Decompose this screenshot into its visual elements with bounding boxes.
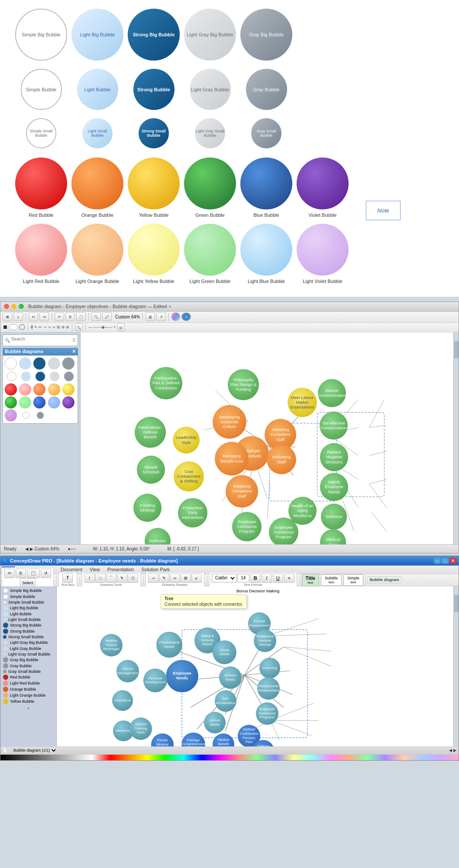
simple-big-bubble[interactable]: Simple Big Bubble — [15, 9, 67, 61]
shape-btn1[interactable]: ⤻ — [148, 573, 158, 583]
scrollbar-v-2[interactable] — [453, 586, 459, 746]
light-orange-bubble-item[interactable]: Light Orange Bubble — [69, 224, 126, 284]
node-motivating[interactable]: Motivating Staff — [267, 445, 296, 474]
mini-simple-big[interactable] — [5, 357, 17, 370]
node-managing[interactable]: Managing Benefit Cost — [215, 442, 249, 476]
sidebar-item-light[interactable]: Light Bubble — [2, 611, 55, 617]
sidebar-item-light-big[interactable]: Light Big Bubble — [2, 605, 55, 611]
sidebar-item-lgray[interactable]: Light Gray Bubble — [2, 646, 55, 652]
menu-view[interactable]: View — [87, 566, 103, 572]
clone-btn[interactable]: ↺ — [41, 569, 51, 578]
mini-strong-med[interactable] — [36, 372, 45, 381]
win-canvas-2[interactable]: Tree Connect selected objects with conne… — [57, 586, 459, 746]
copy-btn-2[interactable]: ⎘ — [16, 569, 26, 578]
scrollbar-thumb-2[interactable] — [454, 595, 459, 612]
node-wellness-left[interactable]: Wellness — [145, 528, 171, 544]
mini-light-med[interactable] — [21, 372, 31, 381]
print-btn[interactable]: 🖨 — [145, 312, 155, 321]
simple-med-bubble[interactable]: Simple Bubble — [21, 69, 62, 110]
mini-lightorange[interactable] — [48, 383, 60, 395]
title-dropdown-icon[interactable]: ▾ — [169, 304, 171, 309]
node-prevention[interactable]: Prevention Early Intervention — [178, 498, 207, 527]
red-bubble-item[interactable]: Red Bubble — [13, 158, 69, 218]
mini-lgray-big[interactable] — [48, 357, 60, 370]
gray-med-bubble[interactable]: Gray Bubble — [246, 69, 287, 110]
sidebar-item-gray[interactable]: Gray Bubble — [2, 663, 55, 669]
sidebar-item-light-small[interactable]: Light Small Bubble — [2, 617, 55, 622]
sidebar-item-strong-big[interactable]: Strong Big Bubble — [2, 622, 55, 628]
node-participative[interactable]: Participative: Flex & Defined Contributi… — [150, 367, 182, 399]
italic-btn[interactable]: I — [262, 573, 272, 583]
title-style-btn[interactable]: Title text — [302, 574, 319, 586]
win-maximize[interactable]: □ — [442, 558, 449, 564]
light-orange-bubble[interactable] — [71, 224, 123, 276]
zoom-out-btn[interactable]: 🔎 — [102, 312, 112, 321]
win-node-interpersonal[interactable]: Interpersonal Relationships — [257, 677, 280, 700]
page-selector[interactable]: Bubble diagram (1/1) — [12, 748, 57, 753]
node-philosophy[interactable]: Philosophy Plan Design & Funding — [228, 369, 259, 400]
yellow-bubble-item[interactable]: Yellow Bubble — [126, 158, 182, 218]
shape-btn5[interactable]: ↙ — [191, 573, 202, 583]
orange-bubble-item[interactable]: Orange Bubble — [69, 158, 126, 218]
win-node-emp-assist-win[interactable]: Employee Assistance Programs — [256, 702, 278, 725]
lightgray-sml-bubble[interactable]: Light Gray Small Bubble — [195, 118, 225, 148]
win-node-private-med[interactable]: Private Medical Care — [151, 733, 174, 746]
mini-lgray-med[interactable] — [50, 372, 59, 381]
minimize-button[interactable] — [11, 304, 16, 309]
color-gradient-bar[interactable] — [0, 755, 459, 760]
blue-bubble[interactable] — [240, 158, 292, 209]
sidebar-item-light-red[interactable]: Light Red Bubble — [2, 680, 55, 686]
win-minimize[interactable]: ─ — [434, 558, 441, 564]
simple-sml-bubble[interactable]: Simple Small Bubble — [26, 118, 56, 148]
lightgray-big-bubble[interactable]: Light Gray Big Bubble — [184, 9, 236, 61]
paste-btn-2[interactable]: 📋 — [27, 569, 40, 578]
draw-btn1[interactable]: / — [84, 573, 95, 583]
gray-sml-bubble-item[interactable]: Gray Small Bubble — [238, 118, 294, 151]
strong-sml-bubble[interactable]: Strong Small Bubble — [139, 118, 169, 148]
color-btn[interactable] — [171, 312, 180, 321]
win-node-prestige[interactable]: Prestige Comprehensive Progression — [181, 733, 205, 746]
sidebar-item-strong[interactable]: Strong Bubble — [2, 628, 55, 634]
mini-green[interactable] — [5, 396, 17, 408]
win-node-french-mgmt[interactable]: French Management — [116, 660, 139, 682]
mini-lightblue[interactable] — [48, 396, 60, 408]
light-blue-bubble-item[interactable]: Light Blue Bubble — [238, 224, 294, 284]
cursor-tool[interactable] — [3, 325, 7, 329]
mini-orange[interactable] — [33, 383, 45, 395]
light-med-bubble[interactable]: Light Bubble — [77, 69, 118, 110]
text-btn[interactable]: T — [62, 573, 73, 583]
font-size-input[interactable] — [237, 574, 249, 582]
strong-med-bubble[interactable]: Strong Bubble — [133, 69, 175, 110]
win-node-coaching[interactable]: Coaching — [259, 658, 280, 678]
strong-big-bubble-item[interactable]: Strong Big Bubble — [126, 9, 182, 63]
maximize-button[interactable] — [19, 304, 24, 309]
mini-strong-big[interactable] — [33, 357, 45, 370]
draw-btn5[interactable]: ⬡ — [128, 573, 138, 583]
win-node-sabbatical[interactable]: Sabbatical — [112, 690, 133, 711]
light-red-bubble-item[interactable]: Light Red Bubble — [13, 224, 69, 284]
mini-red[interactable] — [5, 383, 17, 395]
win-node-social[interactable]: Social Needs — [213, 640, 236, 664]
win-close[interactable]: ✕ — [449, 558, 456, 564]
strong-big-bubble[interactable]: Strong Big Bubble — [128, 9, 180, 61]
light-green-bubble-item[interactable]: Light Green Bubble — [182, 224, 238, 284]
win-node-bonus-decision[interactable]: Bonus Decision Making — [234, 586, 281, 595]
mini-light-big[interactable] — [19, 357, 31, 370]
node-medical[interactable]: Medical Care — [320, 529, 346, 544]
win-node-esteem[interactable]: Esteem Needs — [219, 666, 242, 689]
light-big-bubble[interactable]: Light Big Bubble — [71, 9, 123, 61]
ellipse-tool[interactable] — [19, 324, 25, 330]
mini-gray-med[interactable] — [64, 372, 74, 381]
sidebar-item-gray-big[interactable]: Gray Big Bubble — [2, 657, 55, 663]
mini-small2[interactable] — [37, 412, 44, 419]
lightgray-med-bubble[interactable]: Light Gray Bubble — [190, 69, 231, 110]
node-leadership[interactable]: Leadership Style — [173, 427, 200, 453]
sidebar-item-strong-small[interactable]: Strong Small Bubble — [2, 634, 55, 640]
zoom-in-btn[interactable]: 🔍 — [91, 312, 101, 321]
node-emp-assist1[interactable]: Employee Assistance Program — [232, 512, 262, 541]
win-node-service-training[interactable]: Service Training Tools — [129, 717, 152, 740]
search-input[interactable] — [10, 336, 72, 343]
export-btn[interactable]: ↗ — [156, 312, 166, 321]
light-med-bubble-item[interactable]: Light Bubble — [69, 69, 126, 113]
align-btn[interactable]: ≡ — [284, 573, 294, 583]
